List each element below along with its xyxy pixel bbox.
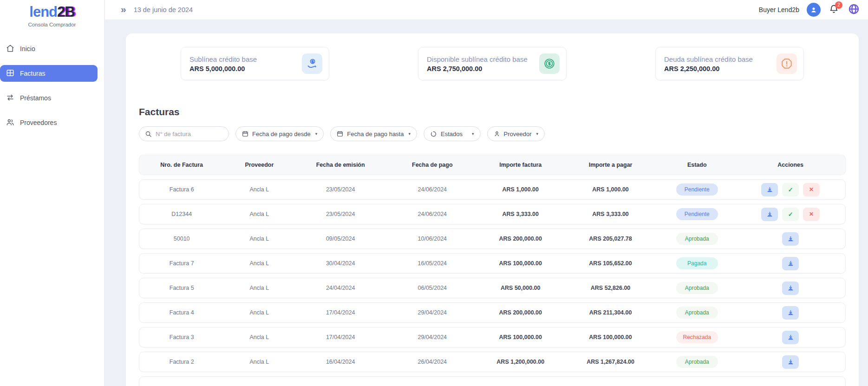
cell-acciones [736, 355, 845, 369]
approve-button[interactable]: ✓ [782, 183, 799, 196]
card-title: Disponible sublínea crédito base [427, 55, 528, 63]
calendar-icon [242, 131, 248, 137]
download-button[interactable] [761, 183, 778, 196]
cell-proveedor: Ancla L [224, 285, 294, 291]
cell-proveedor: Ancla L [224, 211, 294, 217]
sidebar-item-label: Facturas [20, 70, 45, 77]
cell-importe-factura: ARS 200,000.00 [478, 236, 563, 242]
download-icon [766, 186, 773, 193]
cell-acciones: ✓ ✕ [736, 208, 845, 221]
status-badge: Pendiente [676, 208, 718, 220]
sidebar-item-inicio[interactable]: Inicio [0, 40, 98, 57]
sidebar-collapse-icon[interactable]: » [121, 4, 126, 14]
invoices-table: Nro. de Factura Proveedor Fecha de emisi… [139, 155, 846, 386]
cell-importe-a-pagar: ARS 1,267,824.00 [563, 359, 658, 365]
filter-date-to-button[interactable]: Fecha de pago hasta ▾ [330, 126, 417, 141]
filters-bar: Fecha de pago desde ▾ Fecha de pago hast… [139, 126, 846, 141]
download-icon [787, 359, 794, 366]
cell-estado: Pagada [658, 257, 736, 269]
cell-importe-factura: ARS 3,333.00 [478, 211, 563, 217]
card-sublinea-credito: Sublínea crédito base ARS 5,000,000.00 [181, 47, 329, 80]
reject-button[interactable]: ✕ [803, 208, 820, 221]
table-row: Factura 3 Ancla L 17/04/2024 29/04/2024 … [139, 327, 846, 347]
download-button[interactable] [782, 331, 799, 344]
approve-button[interactable]: ✓ [782, 208, 799, 221]
card-value: ARS 2,750,000.00 [427, 65, 528, 72]
column-header: Importe factura [478, 162, 563, 168]
cell-estado: Aprobada [658, 356, 736, 368]
table-body: Factura 6 Ancla L 23/05/2024 24/06/2024 … [139, 179, 846, 372]
cell-estado: Rechazada [658, 331, 736, 343]
cell-importe-factura: ARS 1,000.00 [478, 186, 563, 193]
download-button[interactable] [782, 355, 799, 369]
filter-label: Proveedor [504, 131, 532, 137]
cell-nro-factura: 50010 [139, 236, 224, 242]
status-badge: Aprobada [676, 282, 718, 294]
download-button[interactable] [782, 257, 799, 270]
table-row: D12344 Ancla L 23/05/2024 24/06/2024 ARS… [139, 204, 846, 224]
cell-estado: Aprobada [658, 233, 736, 245]
brand-subtitle: Consola Comprador [0, 22, 104, 27]
filter-label: Estados [441, 131, 463, 137]
column-header: Estado [658, 162, 736, 168]
chevron-down-icon: ▾ [408, 131, 411, 136]
download-icon [787, 309, 794, 316]
card-deuda-sublinea: Deuda sublínea crédito base ARS 2,250,00… [655, 47, 804, 80]
invoices-grid-icon [6, 69, 14, 79]
filter-label: Fecha de pago desde [252, 131, 311, 137]
filter-provider-button[interactable]: Proveedor ▾ [487, 126, 545, 141]
card-value: ARS 2,250,000.00 [664, 65, 753, 72]
user-avatar[interactable] [807, 3, 821, 17]
status-badge: Rechazada [676, 331, 718, 343]
sidebar-item-label: Inicio [20, 45, 35, 52]
notifications-button[interactable]: 2 [829, 4, 839, 16]
language-globe-button[interactable] [848, 3, 860, 17]
column-header: Fecha de emisión [294, 162, 386, 168]
cell-fecha-emision: 17/04/2024 [294, 309, 386, 316]
status-circle-icon [430, 131, 437, 137]
search-input[interactable] [156, 131, 221, 137]
logo-text: lend2B [0, 4, 104, 20]
cell-estado: Aprobada [658, 307, 736, 319]
cell-fecha-pago: 10/06/2024 [386, 236, 478, 242]
cell-acciones: ✓ ✕ [736, 183, 845, 196]
sidebar-item-prestamos[interactable]: Préstamos [0, 90, 98, 106]
download-button[interactable] [782, 306, 799, 320]
invoice-search[interactable] [139, 126, 229, 141]
sidebar-item-facturas[interactable]: Facturas [0, 65, 98, 82]
download-icon [787, 260, 794, 267]
cell-importe-factura: ARS 100,000.00 [478, 260, 563, 267]
table-row: Factura 6 Ancla L 23/05/2024 24/06/2024 … [139, 179, 846, 200]
cell-estado: Pendiente [658, 183, 736, 196]
column-header: Importe a pagar [563, 162, 658, 168]
table-row: 50010 Ancla L 09/05/2024 10/06/2024 ARS … [139, 229, 846, 249]
column-header: Proveedor [224, 162, 294, 168]
hand-coin-icon [302, 53, 322, 74]
filter-states-button[interactable]: Estados ▾ [424, 126, 481, 141]
brand-logo: lend2B Consola Comprador [0, 0, 104, 27]
table-header: Nro. de Factura Proveedor Fecha de emisi… [139, 155, 846, 175]
download-button[interactable] [761, 208, 778, 221]
summary-cards: Sublínea crédito base ARS 5,000,000.00 D… [139, 47, 846, 80]
filter-date-from-button[interactable]: Fecha de pago desde ▾ [235, 126, 324, 141]
cell-nro-factura: Factura 3 [139, 334, 224, 340]
cell-importe-a-pagar: ARS 100,000.00 [563, 334, 658, 340]
sidebar-item-proveedores[interactable]: Proveedores [0, 114, 98, 131]
table-row-partial [139, 376, 846, 386]
person-icon [494, 131, 500, 137]
download-button[interactable] [782, 281, 799, 295]
cell-fecha-emision: 09/05/2024 [294, 236, 386, 242]
cell-nro-factura: Factura 5 [139, 285, 224, 291]
cell-fecha-emision: 23/05/2024 [294, 211, 386, 217]
reject-button[interactable]: ✕ [803, 183, 820, 196]
cell-estado: Pendiente [658, 208, 736, 220]
cell-fecha-emision: 17/04/2024 [294, 334, 386, 340]
cell-importe-factura: ARS 50,000.00 [478, 285, 563, 291]
card-title: Sublínea crédito base [189, 55, 257, 63]
cell-proveedor: Ancla L [224, 260, 294, 267]
status-badge: Aprobada [676, 307, 718, 319]
coin-icon [539, 53, 560, 74]
logo-2b: 2B [57, 4, 75, 20]
download-button[interactable] [782, 232, 799, 246]
main-content: Sublínea crédito base ARS 5,000,000.00 D… [126, 33, 859, 386]
